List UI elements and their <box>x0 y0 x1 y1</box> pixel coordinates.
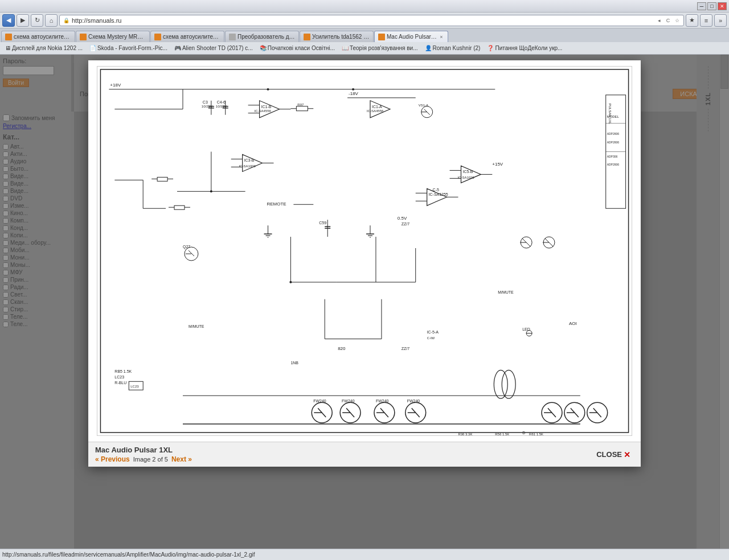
home-button[interactable]: ⌂ <box>45 14 58 27</box>
address-icon-group: ◂ C ☆ <box>655 17 681 24</box>
svg-text:C59: C59 <box>319 221 326 225</box>
svg-text:R-BLU: R-BLU <box>114 381 126 385</box>
modal-close-x: ✕ <box>624 450 630 459</box>
tab-2[interactable]: схема автоусилитель... <box>150 31 224 42</box>
modal-next-link[interactable]: Next <box>171 455 192 463</box>
bookmark-icon-4: 📖 <box>342 45 349 51</box>
svg-text:LC23: LC23 <box>114 375 124 379</box>
svg-point-185 <box>352 88 354 90</box>
bookmark-label-3: Початкові класи Освітні... <box>268 45 335 51</box>
tab-label-2: схема автоусилитель... <box>163 34 220 40</box>
svg-text:IC1-B: IC1-B <box>261 105 272 109</box>
svg-text:+18V: +18V <box>110 83 121 88</box>
modal-prev-link[interactable]: Previous <box>95 455 130 463</box>
svg-text:IC-SA4556: IC-SA4556 <box>255 109 272 113</box>
more-button[interactable]: » <box>714 14 727 27</box>
bookmark-2[interactable]: 🎮 Alien Shooter TD (2017) с... <box>171 44 256 52</box>
svg-text:10/35V: 10/35V <box>216 105 227 108</box>
back-button[interactable]: ◀ <box>2 14 15 27</box>
address-input[interactable] <box>72 17 653 24</box>
svg-text:PULSAR 1XL: PULSAR 1XL <box>608 104 612 125</box>
modal-nav-row: Previous Image 2 of 5 Next <box>95 455 192 463</box>
svg-text:Q27: Q27 <box>183 245 190 249</box>
bookmark-icon-5: 👤 <box>425 45 432 51</box>
refresh-button[interactable]: ↻ <box>31 14 43 27</box>
tab-3[interactable]: Преобразователь дл... <box>225 31 299 42</box>
svg-point-186 <box>210 190 212 192</box>
svg-text:FW240: FW240 <box>313 399 326 403</box>
bookmark-4[interactable]: 📖 Теорія розв'язування ви... <box>339 44 421 52</box>
title-bar: ─ □ ✕ <box>0 0 729 13</box>
svg-text:D: D <box>522 431 525 435</box>
svg-text:ADP2606: ADP2606 <box>607 132 620 135</box>
tab-icon-3 <box>229 34 236 40</box>
bookmark-icon-2: 🎮 <box>174 45 181 51</box>
svg-text:R61 1.5K: R61 1.5K <box>529 433 543 435</box>
page-content: SMANUALS.RU НАХОДИТСЯ ЛЮБОЙ МАНУАЛ Поиск… <box>0 55 729 560</box>
bookmark-1[interactable]: 📄 Skoda - Favorit-Form.-Pic... <box>87 44 170 52</box>
modal-page-info: Image 2 of 5 <box>133 456 168 463</box>
bookmark-label-1: Skoda - Favorit-Form.-Pic... <box>97 45 167 51</box>
refresh-addr-icon[interactable]: C <box>664 17 672 24</box>
tab-1[interactable]: Схема Mystery MR4.75 <box>76 31 150 42</box>
back-addr-icon[interactable]: ◂ <box>655 17 663 24</box>
modal-footer: Mac Audio Pulsar 1XL Previous Image 2 of… <box>88 442 641 467</box>
svg-text:IC5-B: IC5-B <box>462 170 473 174</box>
svg-text:AOI: AOI <box>569 321 577 326</box>
svg-text:IC-5-A: IC-5-A <box>427 330 439 334</box>
modal-close-button[interactable]: CLOSE ✕ <box>593 449 634 460</box>
svg-text:ZZ/7: ZZ/7 <box>402 222 409 226</box>
bookmarks-bar: 🖥 Дисплей для Nokia 1202 ... 📄 Skoda - F… <box>0 42 729 55</box>
address-bar: 🔒 ◂ C ☆ <box>59 15 684 26</box>
smanuals-background: SMANUALS.RU НАХОДИТСЯ ЛЮБОЙ МАНУАЛ Поиск… <box>0 55 729 560</box>
maximize-button[interactable]: □ <box>707 2 716 10</box>
tab-5-active[interactable]: Mac Audio Pulsar 1... × <box>374 31 448 42</box>
svg-text:FW240: FW240 <box>342 399 355 403</box>
bookmark-label-6: Питання ЩоДеКоли укр... <box>495 45 562 51</box>
svg-text:1NB: 1NB <box>290 361 298 365</box>
svg-text:M/MUTE: M/MUTE <box>498 290 514 294</box>
bookmark-5[interactable]: 👤 Roman Kushnir (2) <box>422 44 484 52</box>
tab-icon-1 <box>80 34 87 40</box>
svg-text:ADP2606: ADP2606 <box>607 163 620 166</box>
minimize-button[interactable]: ─ <box>697 2 706 10</box>
svg-rect-0 <box>97 67 631 435</box>
navigation-bar: ◀ ▶ ↻ ⌂ 🔒 ◂ C ☆ ★ ≡ » <box>0 13 729 28</box>
tab-label-5: Mac Audio Pulsar 1... <box>387 34 437 40</box>
bookmark-0[interactable]: 🖥 Дисплей для Nokia 1202 ... <box>2 44 85 52</box>
tab-label-3: Преобразователь дл... <box>237 34 295 40</box>
star-button[interactable]: ★ <box>686 14 698 27</box>
svg-text:C4-6: C4-6 <box>217 100 226 104</box>
svg-text:R56 1.5K: R56 1.5K <box>495 433 509 435</box>
modal-title-area: Mac Audio Pulsar 1XL Previous Image 2 of… <box>95 446 192 463</box>
svg-text:820: 820 <box>338 346 346 351</box>
tab-4[interactable]: Усилитель tda1562 с... <box>300 31 374 42</box>
modal-title: Mac Audio Pulsar 1XL <box>95 446 192 454</box>
svg-text:RB5 1.5K: RB5 1.5K <box>114 369 132 373</box>
modal-box: +18V -18V IC1-B IC-SA4556 <box>88 60 641 467</box>
modal-overlay: +18V -18V IC1-B IC-SA4556 <box>0 55 729 560</box>
svg-text:MODEL: MODEL <box>607 115 620 118</box>
tab-icon-2 <box>154 34 161 40</box>
svg-text:R97: R97 <box>297 103 304 106</box>
bookmark-3[interactable]: 📚 Початкові класи Освітні... <box>257 44 338 52</box>
tab-0[interactable]: схема автоусилителя... <box>1 31 75 42</box>
tab-label-0: схема автоусилителя... <box>14 34 71 40</box>
settings-button[interactable]: ≡ <box>700 14 712 27</box>
lock-icon: 🔒 <box>62 17 70 24</box>
status-url: http://smanuals.ru/files/fileadmin/servi… <box>2 551 255 558</box>
tabs-bar: схема автоусилителя... Схема Mystery MR4… <box>0 28 729 42</box>
svg-text:0.5V: 0.5V <box>398 216 407 221</box>
svg-text:ZZ/7: ZZ/7 <box>402 347 409 351</box>
tab-close-5[interactable]: × <box>439 34 444 40</box>
svg-text:C-5: C-5 <box>433 188 439 192</box>
forward-button[interactable]: ▶ <box>17 14 29 27</box>
svg-text:LED: LED <box>522 327 530 331</box>
bookmark-icon-1: 📄 <box>89 45 96 51</box>
svg-text:IC-SA1255: IC-SA1255 <box>429 192 448 196</box>
tab-icon-4 <box>304 34 310 40</box>
bookmark-6[interactable]: ❓ Питання ЩоДеКоли укр... <box>484 44 565 52</box>
close-button[interactable]: ✕ <box>718 2 727 10</box>
star-addr-icon[interactable]: ☆ <box>673 17 681 24</box>
bookmark-label-5: Roman Kushnir (2) <box>433 45 481 51</box>
